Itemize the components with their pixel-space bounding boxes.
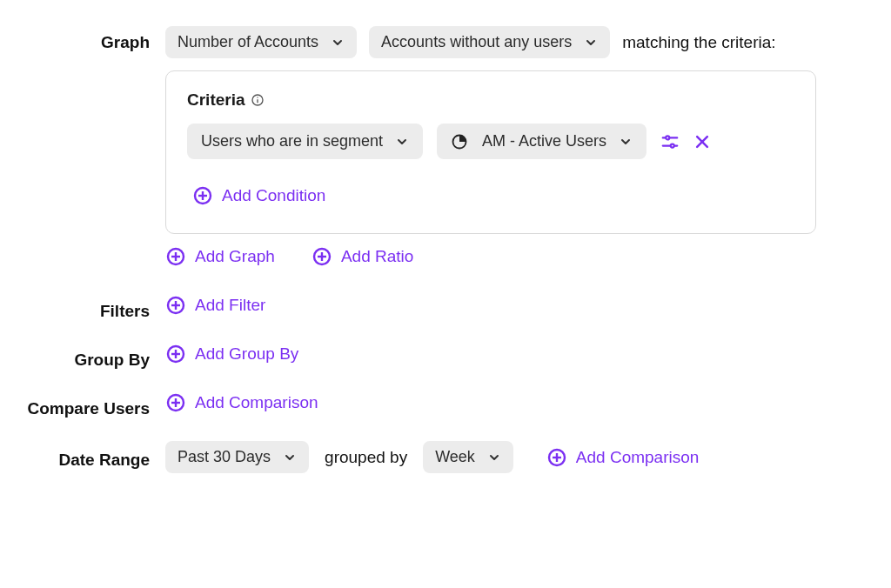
plus-circle-icon xyxy=(312,246,332,267)
add-date-comparison-button[interactable]: Add Comparison xyxy=(546,447,700,468)
add-group-by-button[interactable]: Add Group By xyxy=(165,344,865,364)
add-condition-button[interactable]: Add Condition xyxy=(192,185,325,206)
plus-circle-icon xyxy=(165,295,186,316)
compare-users-label: Compare Users xyxy=(26,392,165,418)
plus-circle-icon xyxy=(192,185,213,206)
adjust-settings-icon[interactable] xyxy=(660,132,680,151)
graph-scope-select[interactable]: Accounts without any users xyxy=(369,26,610,58)
granularity-value: Week xyxy=(435,448,475,466)
graph-metric-value: Number of Accounts xyxy=(178,33,318,51)
graph-label: Graph xyxy=(26,26,165,52)
plus-circle-icon xyxy=(165,392,186,413)
plus-circle-icon xyxy=(165,344,186,364)
graph-suffix-text: matching the criteria: xyxy=(622,33,775,52)
svg-point-5 xyxy=(666,136,669,139)
add-filter-button[interactable]: Add Filter xyxy=(165,295,865,316)
svg-point-7 xyxy=(671,144,674,147)
segment-value: AM - Active Users xyxy=(482,132,606,150)
remove-condition-icon[interactable] xyxy=(693,133,711,150)
plus-circle-icon xyxy=(165,246,186,267)
chevron-down-icon xyxy=(283,451,297,464)
chevron-down-icon xyxy=(584,36,598,50)
add-condition-label: Add Condition xyxy=(222,186,325,205)
date-range-label: Date Range xyxy=(26,445,165,470)
segment-select[interactable]: AM - Active Users xyxy=(437,124,646,159)
add-graph-label: Add Graph xyxy=(195,247,275,266)
add-ratio-label: Add Ratio xyxy=(341,247,413,266)
condition-type-select[interactable]: Users who are in segment xyxy=(187,124,423,159)
chevron-down-icon xyxy=(331,36,345,50)
add-graph-button[interactable]: Add Graph xyxy=(165,246,275,267)
segment-icon xyxy=(451,133,468,150)
add-filter-label: Add Filter xyxy=(195,296,265,315)
add-comparison-users-label: Add Comparison xyxy=(195,393,318,412)
info-icon[interactable] xyxy=(251,93,265,107)
add-ratio-button[interactable]: Add Ratio xyxy=(312,246,413,267)
add-comparison-users-button[interactable]: Add Comparison xyxy=(165,392,865,413)
plus-circle-icon xyxy=(546,447,567,468)
date-range-value: Past 30 Days xyxy=(178,448,271,466)
group-by-label: Group By xyxy=(26,344,165,370)
criteria-heading: Criteria xyxy=(187,90,245,110)
chevron-down-icon xyxy=(395,135,409,149)
chevron-down-icon xyxy=(619,135,633,149)
filters-label: Filters xyxy=(26,295,165,321)
svg-point-2 xyxy=(257,97,258,97)
criteria-container: Criteria Users who are in segment AM - xyxy=(165,70,816,234)
graph-metric-select[interactable]: Number of Accounts xyxy=(165,26,357,58)
add-date-comparison-label: Add Comparison xyxy=(576,448,700,467)
date-range-select[interactable]: Past 30 Days xyxy=(165,441,309,473)
granularity-select[interactable]: Week xyxy=(423,441,513,473)
add-group-by-label: Add Group By xyxy=(195,344,298,364)
grouped-by-text: grouped by xyxy=(325,448,407,467)
chevron-down-icon xyxy=(487,451,501,464)
graph-scope-value: Accounts without any users xyxy=(381,33,572,51)
condition-type-value: Users who are in segment xyxy=(201,132,383,150)
